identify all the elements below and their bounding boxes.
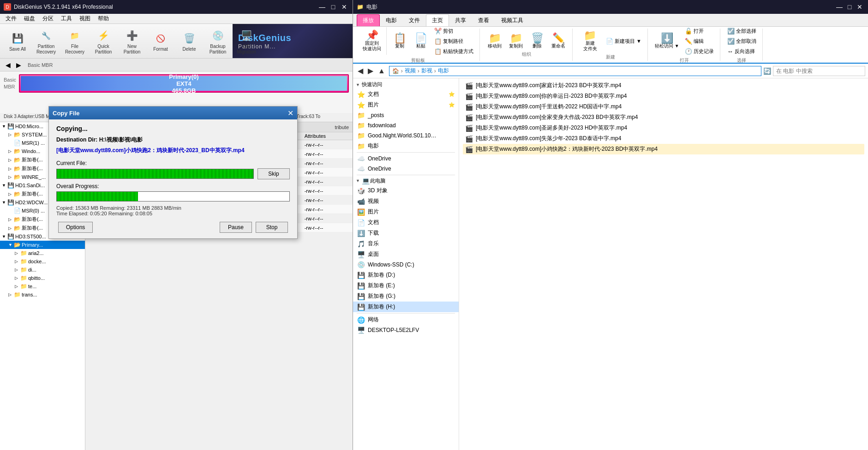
tree-item-qbitto[interactable]: ▷ 📁 qbitto... — [0, 274, 85, 282]
explorer-file-item[interactable]: 🎬 [电影天堂www.dytt89.com]你的幸运日-2023 BD中英双字.… — [463, 91, 864, 101]
os-migration-button[interactable]: 🖥️ OSMigration — [233, 25, 260, 57]
nav-desktop[interactable]: 🖥️ 桌面 — [353, 249, 459, 260]
file-recovery-button[interactable]: 📁 FileRecovery — [61, 25, 89, 57]
pin-to-quick-access[interactable]: 📌 固定到快速访问 — [360, 29, 383, 53]
nav-onedrive-1[interactable]: ☁️ OneDrive — [353, 154, 459, 164]
nav-fsdownload[interactable]: 📁 fsdownload — [353, 120, 459, 130]
new-partition-button[interactable]: ➕ NewPartition — [118, 25, 146, 57]
pause-button[interactable]: Pause — [220, 222, 252, 233]
explorer-minimize[interactable]: — — [835, 3, 844, 11]
nav-documents-pc[interactable]: 📄 文档 — [353, 217, 459, 228]
explorer-maximize[interactable]: □ — [845, 3, 854, 11]
nav-posts[interactable]: 📁 _posts — [353, 110, 459, 120]
new-item-btn[interactable]: 📄新建项目 ▼ — [604, 36, 644, 46]
partition-recovery-button[interactable]: 🔧 PartitionRecovery — [32, 25, 60, 57]
explorer-file-item[interactable]: 🎬 [电影天堂www.dytt89.com]小鸡快跑2：鸡块新时代-2023 B… — [463, 144, 864, 154]
select-all-btn[interactable]: ☑️全部选择 — [725, 27, 759, 36]
copy-path-btn[interactable]: 📋复制路径 — [432, 36, 476, 46]
explorer-file-item[interactable]: 🎬 [电影天堂www.dytt89.com]全家变身大作战-2023 BD中英双… — [463, 112, 864, 123]
menu-tools[interactable]: 工具 — [57, 14, 76, 24]
new-folder-btn[interactable]: 📁 新建文件夹 — [577, 29, 603, 53]
nav-3d-objects[interactable]: 🎲 3D 对象 — [353, 185, 459, 196]
menu-file[interactable]: 文件 — [2, 14, 20, 24]
nav-network[interactable]: 🌐 网络 — [353, 314, 459, 325]
stop-button[interactable]: Stop — [256, 222, 288, 233]
format-button[interactable]: 🚫 Format — [147, 28, 174, 54]
copy-to-btn[interactable]: 📁 复制到 — [506, 32, 526, 50]
tree-item-aria2[interactable]: ▷ 📁 aria2... — [0, 249, 85, 257]
quick-access-header[interactable]: ▼快速访问 — [353, 80, 459, 89]
maximize-button[interactable]: □ — [329, 3, 338, 11]
back-button[interactable]: ◀ — [4, 60, 12, 70]
nav-desktop-pc[interactable]: 🖥️ DESKTOP-L5E2LFV — [353, 325, 459, 335]
menu-view[interactable]: 视图 — [76, 14, 94, 24]
open-btn[interactable]: 🔓打开 — [682, 27, 716, 36]
skip-button[interactable]: Skip — [257, 168, 290, 179]
back-btn[interactable]: ◀ — [356, 65, 365, 76]
paste-btn[interactable]: 📄 粘贴 — [411, 32, 431, 50]
rename-btn[interactable]: ✏️ 重命名 — [548, 32, 569, 50]
tree-item-trans[interactable]: ▷ 📁 trans... — [0, 290, 85, 299]
forward-btn[interactable]: ▶ — [366, 65, 375, 76]
explorer-file-item[interactable]: 🎬 [电影天堂www.dytt89.com]圣诞多美好-2023 HD中英双字.… — [463, 123, 864, 133]
options-button[interactable]: Options — [58, 222, 93, 233]
tab-movie[interactable]: 电影 — [380, 14, 403, 26]
invert-selection-btn[interactable]: ↔️反向选择 — [725, 47, 759, 56]
tab-share[interactable]: 共享 — [449, 14, 472, 26]
delete-btn[interactable]: 🗑️ 删除 — [527, 32, 547, 50]
cut-btn[interactable]: ✂️剪切 — [432, 27, 476, 36]
partition-bar[interactable]: Primary(0) EXT4 465.8GB — [19, 74, 349, 93]
tab-video-tools[interactable]: 视频工具 — [495, 14, 529, 26]
delete-button[interactable]: 🗑️ Delete — [175, 28, 203, 54]
edit-btn[interactable]: ✏️编辑 — [682, 36, 716, 46]
tree-item-docker[interactable]: ▷ 📁 docke... — [0, 257, 85, 266]
backup-partition-button[interactable]: 💿 BackupPartition — [204, 25, 232, 57]
explorer-file-item[interactable]: 🎬 [电影天堂www.dytt89.com]家庭计划-2023 BD中英双字.m… — [463, 80, 864, 91]
dialog-close-button[interactable]: ✕ — [287, 109, 293, 118]
nav-movie-folder[interactable]: 📁 电影 — [353, 141, 459, 151]
tab-playback[interactable]: 播放 — [357, 14, 380, 26]
history-btn[interactable]: 🕐历史记录 — [682, 47, 716, 56]
nav-windows-ssd[interactable]: 💿 Windows-SSD (C:) — [353, 260, 459, 270]
tree-item-te[interactable]: ▷ 📁 te... — [0, 282, 85, 290]
path-movie[interactable]: 电影 — [438, 67, 449, 75]
tree-item-di[interactable]: ▷ 📁 di... — [0, 266, 85, 274]
forward-button[interactable]: ▶ — [14, 60, 23, 70]
this-pc-header[interactable]: ▼ 💻此电脑 — [353, 176, 459, 185]
menu-help[interactable]: 帮助 — [94, 14, 113, 24]
move-to-btn[interactable]: 📁 移动到 — [485, 32, 505, 50]
nav-video[interactable]: 📹 视频 — [353, 196, 459, 207]
nav-goodnight[interactable]: 📁 Good.Night.World.S01.1080p.NI — [353, 130, 459, 141]
search-input[interactable] — [773, 66, 865, 76]
copy-btn[interactable]: 📋 复制 — [389, 32, 410, 50]
nav-pictures-pc[interactable]: 🖼️ 图片 — [353, 207, 459, 217]
path-videos[interactable]: 视频 — [405, 67, 416, 75]
tree-item-primary[interactable]: ▼ 📂 Primary... — [0, 241, 85, 249]
save-all-button[interactable]: 💾 Save All — [4, 28, 31, 54]
quick-partition-button[interactable]: ⚡ QuickPartition — [90, 25, 117, 57]
nav-documents[interactable]: ⭐ 文档 ⭐ — [353, 89, 459, 100]
address-path[interactable]: 🏠 › 视频 › 影视 › 电影 — [389, 66, 761, 76]
tab-file[interactable]: 文件 — [403, 14, 426, 26]
refresh-button[interactable]: 🔄 — [763, 67, 771, 75]
deselect-all-btn[interactable]: ☑️全部取消 — [725, 36, 759, 46]
nav-onedrive-2[interactable]: ☁️ OneDrive — [353, 164, 459, 174]
nav-drive-e[interactable]: 💾 新加卷 (E:) — [353, 280, 459, 291]
nav-drive-g[interactable]: 💾 新加卷 (G:) — [353, 291, 459, 302]
close-button[interactable]: ✕ — [340, 3, 349, 11]
paste-shortcut-btn[interactable]: 📋粘贴快捷方式 — [432, 47, 476, 56]
nav-pictures[interactable]: ⭐ 图片 ⭐ — [353, 100, 459, 110]
nav-downloads[interactable]: ⬇️ 下载 — [353, 228, 459, 238]
minimize-button[interactable]: — — [317, 3, 327, 11]
explorer-file-item[interactable]: 🎬 [电影天堂www.dytt89.com]千里送鹤-2022 HD国语中字.m… — [463, 101, 864, 112]
tab-home[interactable]: 主页 — [426, 14, 449, 26]
nav-music[interactable]: 🎵 音乐 — [353, 238, 459, 249]
menu-partition[interactable]: 分区 — [39, 14, 57, 24]
explorer-file-item[interactable]: 🎬 [电影天堂www.dytt89.com]失落少年-2023 BD泰语中字.m… — [463, 133, 864, 144]
explorer-close[interactable]: ✕ — [855, 3, 864, 11]
up-btn[interactable]: ▲ — [376, 65, 387, 76]
nav-drive-h[interactable]: 💾 新加卷 (H:) — [353, 302, 459, 312]
easy-access-btn[interactable]: ⬇️ 轻松访问 ▼ — [652, 32, 682, 50]
tab-view[interactable]: 查看 — [472, 14, 495, 26]
menu-disk[interactable]: 磁盘 — [20, 14, 39, 24]
